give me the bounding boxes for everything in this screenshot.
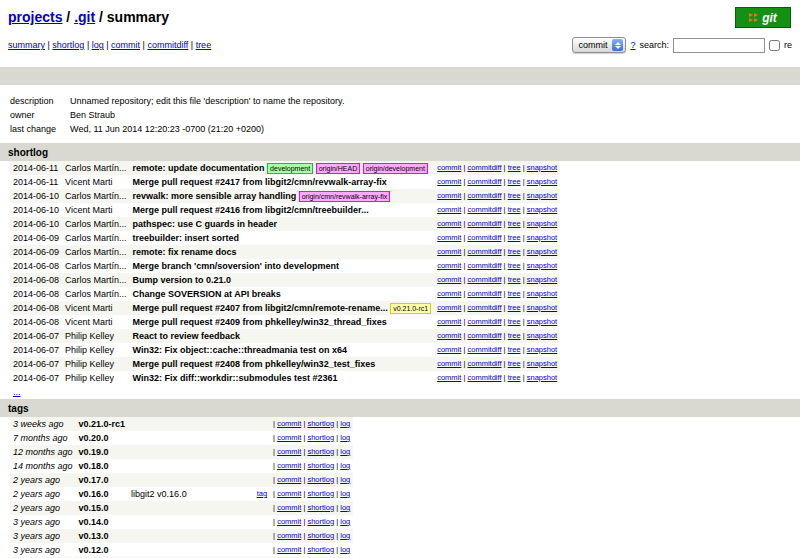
shortlog-tree-link[interactable]: tree: [508, 233, 521, 242]
tags-section-link[interactable]: tags: [8, 403, 29, 414]
shortlog-commitdiff-link[interactable]: commitdiff: [467, 233, 501, 242]
tag-commit-link[interactable]: commit: [277, 419, 301, 428]
shortlog-snapshot-link[interactable]: snapshot: [527, 247, 557, 256]
tag-shortlog-link[interactable]: shortlog: [307, 517, 334, 526]
tag-log-link[interactable]: log: [340, 503, 350, 512]
shortlog-commit-link[interactable]: commit: [437, 233, 461, 242]
shortlog-tree-link[interactable]: tree: [508, 219, 521, 228]
shortlog-commitdiff-link[interactable]: commitdiff: [467, 275, 501, 284]
shortlog-snapshot-link[interactable]: snapshot: [527, 289, 557, 298]
commit-message-link[interactable]: treebuilder: insert sorted: [133, 233, 240, 243]
commit-message-link[interactable]: Win32: Fix object::cache::threadmania te…: [133, 345, 347, 355]
tag-commit-link[interactable]: commit: [277, 447, 301, 456]
shortlog-commitdiff-link[interactable]: commitdiff: [467, 317, 501, 326]
shortlog-commit-link[interactable]: commit: [437, 205, 461, 214]
shortlog-tree-link[interactable]: tree: [508, 261, 521, 270]
tag-log-link[interactable]: log: [340, 447, 350, 456]
nav-link-tree[interactable]: tree: [196, 40, 212, 50]
commit-message-link[interactable]: React to review feedback: [133, 331, 241, 341]
commit-message-link[interactable]: Merge pull request #2409 from phkelley/w…: [133, 317, 387, 327]
tag-comment-link[interactable]: libgit2 v0.16.0: [131, 489, 187, 499]
nav-link-commit[interactable]: commit: [111, 40, 140, 50]
breadcrumb-projects-link[interactable]: projects: [8, 9, 62, 25]
shortlog-commit-link[interactable]: commit: [437, 177, 461, 186]
commit-message-link[interactable]: Merge pull request #2408 from phkelley/w…: [133, 359, 376, 369]
shortlog-snapshot-link[interactable]: snapshot: [527, 275, 557, 284]
shortlog-snapshot-link[interactable]: snapshot: [527, 317, 557, 326]
shortlog-commit-link[interactable]: commit: [437, 331, 461, 340]
shortlog-snapshot-link[interactable]: snapshot: [527, 177, 557, 186]
shortlog-tree-link[interactable]: tree: [508, 191, 521, 200]
shortlog-tree-link[interactable]: tree: [508, 345, 521, 354]
shortlog-section-link[interactable]: shortlog: [8, 147, 48, 158]
tag-shortlog-link[interactable]: shortlog: [307, 461, 334, 470]
shortlog-snapshot-link[interactable]: snapshot: [527, 191, 557, 200]
tag-name-link[interactable]: v0.15.0: [79, 503, 109, 513]
tag-log-link[interactable]: log: [340, 433, 350, 442]
commit-message-link[interactable]: Merge branch 'cmn/soversion' into develo…: [133, 261, 339, 271]
tag-name-link[interactable]: v0.17.0: [79, 475, 109, 485]
nav-link-shortlog[interactable]: shortlog: [52, 40, 84, 50]
ref-remote-badge[interactable]: origin/cmn/revwalk-array-fix: [299, 191, 391, 202]
tag-shortlog-link[interactable]: shortlog: [307, 503, 334, 512]
ref-remote-badge[interactable]: origin/development: [363, 163, 428, 174]
shortlog-commitdiff-link[interactable]: commitdiff: [467, 331, 501, 340]
shortlog-commit-link[interactable]: commit: [437, 373, 461, 382]
breadcrumb-repo-link[interactable]: .git: [74, 9, 95, 25]
ref-remote-badge[interactable]: origin/HEAD: [316, 163, 361, 174]
tag-shortlog-link[interactable]: shortlog: [307, 545, 334, 554]
shortlog-commitdiff-link[interactable]: commitdiff: [467, 261, 501, 270]
tag-log-link[interactable]: log: [340, 531, 350, 540]
tag-name-link[interactable]: v0.16.0: [79, 489, 109, 499]
shortlog-commit-link[interactable]: commit: [437, 261, 461, 270]
tag-name-link[interactable]: v0.12.0: [79, 545, 109, 555]
tag-shortlog-link[interactable]: shortlog: [307, 531, 334, 540]
tag-commit-link[interactable]: commit: [277, 461, 301, 470]
tag-shortlog-link[interactable]: shortlog: [307, 489, 334, 498]
shortlog-commitdiff-link[interactable]: commitdiff: [467, 191, 501, 200]
tag-shortlog-link[interactable]: shortlog: [307, 433, 334, 442]
shortlog-tree-link[interactable]: tree: [508, 317, 521, 326]
git-logo[interactable]: git: [735, 7, 791, 28]
tag-log-link[interactable]: log: [340, 517, 350, 526]
shortlog-commit-link[interactable]: commit: [437, 317, 461, 326]
shortlog-commitdiff-link[interactable]: commitdiff: [467, 219, 501, 228]
tag-log-link[interactable]: log: [340, 489, 350, 498]
tag-name-link[interactable]: v0.19.0: [79, 447, 109, 457]
shortlog-tree-link[interactable]: tree: [508, 247, 521, 256]
shortlog-snapshot-link[interactable]: snapshot: [527, 261, 557, 270]
shortlog-snapshot-link[interactable]: snapshot: [527, 331, 557, 340]
commit-message-link[interactable]: pathspec: use C guards in header: [133, 219, 278, 229]
shortlog-commitdiff-link[interactable]: commitdiff: [467, 303, 501, 312]
shortlog-tree-link[interactable]: tree: [508, 331, 521, 340]
tag-shortlog-link[interactable]: shortlog: [307, 419, 334, 428]
shortlog-commit-link[interactable]: commit: [437, 345, 461, 354]
shortlog-snapshot-link[interactable]: snapshot: [527, 373, 557, 382]
shortlog-commit-link[interactable]: commit: [437, 219, 461, 228]
shortlog-snapshot-link[interactable]: snapshot: [527, 303, 557, 312]
shortlog-commitdiff-link[interactable]: commitdiff: [467, 247, 501, 256]
shortlog-commitdiff-link[interactable]: commitdiff: [467, 163, 501, 172]
tag-log-link[interactable]: log: [340, 475, 350, 484]
commit-message-link[interactable]: Change SOVERSION at API breaks: [133, 289, 281, 299]
shortlog-commit-link[interactable]: commit: [437, 359, 461, 368]
shortlog-snapshot-link[interactable]: snapshot: [527, 359, 557, 368]
shortlog-tree-link[interactable]: tree: [508, 275, 521, 284]
shortlog-snapshot-link[interactable]: snapshot: [527, 219, 557, 228]
tag-selflink[interactable]: tag: [257, 489, 267, 498]
shortlog-snapshot-link[interactable]: snapshot: [527, 163, 557, 172]
search-help-link[interactable]: ?: [630, 40, 635, 50]
shortlog-tree-link[interactable]: tree: [508, 205, 521, 214]
shortlog-commit-link[interactable]: commit: [437, 247, 461, 256]
commit-message-link[interactable]: remote: fix rename docs: [133, 247, 237, 257]
shortlog-tree-link[interactable]: tree: [508, 163, 521, 172]
shortlog-commit-link[interactable]: commit: [437, 289, 461, 298]
shortlog-snapshot-link[interactable]: snapshot: [527, 345, 557, 354]
commit-message-link[interactable]: Win32: Fix diff::workdir::submodules tes…: [133, 373, 338, 383]
tag-commit-link[interactable]: commit: [277, 489, 301, 498]
search-input[interactable]: [673, 38, 765, 53]
nav-link-log[interactable]: log: [92, 40, 104, 50]
shortlog-commitdiff-link[interactable]: commitdiff: [467, 177, 501, 186]
search-type-select[interactable]: commit: [572, 37, 626, 53]
shortlog-commitdiff-link[interactable]: commitdiff: [467, 205, 501, 214]
